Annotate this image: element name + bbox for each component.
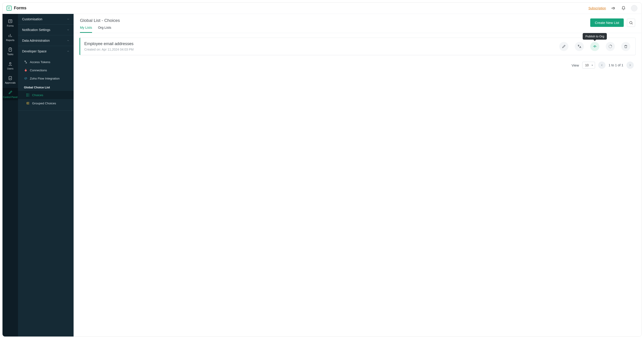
body-area: Forms Reports Tasks Users (2, 14, 642, 336)
edit-button[interactable] (559, 42, 568, 51)
rail-label: Forms (7, 24, 14, 27)
list-card-actions: Publish to Org (559, 42, 630, 51)
sidebar-section-customisation[interactable]: Customisation (18, 14, 74, 24)
chevron-right-icon (628, 64, 632, 67)
meta-prefix: Created on: (84, 48, 102, 51)
topbar-left: Forms (6, 6, 26, 11)
users-icon (8, 62, 12, 66)
rail-item-tasks[interactable]: Tasks (2, 45, 18, 58)
pencil-icon (562, 44, 566, 48)
sidebar-section-notification[interactable]: Notification Settings (18, 24, 74, 35)
search-icon (629, 21, 633, 25)
create-new-list-button[interactable]: Create New List (590, 18, 624, 27)
created-on-value: Apr 11,2024 04:03 PM (102, 48, 134, 51)
rail-item-forms[interactable]: Forms (2, 17, 18, 29)
rail-item-control-panel[interactable]: Control Panel (2, 88, 18, 100)
sidebar-item-label: Access Tokens (30, 60, 50, 64)
sidebar-section-label: Notification Settings (22, 28, 50, 32)
nav-rail: Forms Reports Tasks Users (2, 14, 18, 336)
view-label: View (572, 63, 579, 67)
topbar-right: Subscription (588, 5, 638, 12)
sidebar-section-data-admin[interactable]: Data Administration (18, 35, 74, 46)
sidebar-item-connections[interactable]: Connections (18, 66, 74, 74)
approvals-icon (8, 76, 12, 80)
chevron-down-icon (67, 28, 70, 31)
pagination-row: View 10 ▾ 1 to 1 of 1 (80, 55, 636, 70)
sidebar-item-zoho-flow[interactable]: Zoho Flow Integration (18, 74, 74, 82)
rail-label: Reports (6, 39, 14, 42)
app-name: Forms (14, 6, 26, 10)
grouped-choices-icon (26, 102, 30, 105)
sidebar-item-choices[interactable]: Choices (18, 91, 74, 99)
translate-icon (577, 44, 582, 49)
chevron-down-icon: ▾ (592, 64, 593, 67)
publish-tooltip: Publish to Org (583, 33, 607, 40)
page-title: Global List - Choices (80, 18, 120, 23)
chevron-left-icon (600, 64, 604, 67)
publish-icon (592, 44, 597, 49)
announcements-icon[interactable] (611, 6, 616, 11)
sidebar-section-label: Developer Space (22, 50, 46, 53)
chevron-up-icon (67, 50, 70, 53)
rail-label: Control Panel (3, 96, 18, 99)
sidebar-section-label: Customisation (22, 17, 42, 21)
control-panel-icon (8, 90, 12, 95)
list-card-text: Employee email addresses Created on: Apr… (84, 42, 134, 51)
delete-button[interactable] (621, 42, 630, 51)
app-frame: Forms Subscription Forms (2, 2, 642, 337)
tab-org-lists[interactable]: Org Lists (98, 26, 111, 33)
subscription-link[interactable]: Subscription (588, 6, 606, 10)
svg-rect-0 (9, 20, 12, 22)
developer-space-submenu: Access Tokens Connections Zoho Flow Inte… (18, 56, 74, 111)
rail-label: Users (7, 68, 13, 70)
avatar[interactable] (631, 5, 638, 12)
svg-point-2 (10, 62, 11, 64)
search-button[interactable] (627, 19, 635, 27)
bell-icon[interactable] (621, 6, 626, 11)
page-size-select[interactable]: 10 ▾ (582, 62, 595, 68)
forms-icon (8, 19, 12, 24)
rail-item-users[interactable]: Users (2, 60, 18, 72)
access-tokens-icon (24, 60, 28, 64)
rail-item-approvals[interactable]: Approvals (2, 74, 18, 86)
zoho-flow-icon (24, 76, 28, 80)
publish-wrapper: Publish to Org (590, 42, 599, 51)
svg-rect-3 (9, 76, 12, 80)
main-content: Global List - Choices My Lists Org Lists… (74, 14, 642, 336)
main-header: Global List - Choices My Lists Org Lists… (74, 14, 642, 33)
tab-my-lists[interactable]: My Lists (80, 26, 92, 33)
settings-sidebar: Customisation Notification Settings Data… (18, 14, 74, 336)
publish-to-org-button[interactable] (590, 42, 599, 51)
topbar: Forms Subscription (2, 2, 642, 14)
svg-point-4 (24, 61, 26, 62)
chevron-down-icon (67, 18, 70, 20)
app-logo-icon (6, 6, 12, 11)
tasks-icon (8, 48, 12, 52)
sidebar-item-access-tokens[interactable]: Access Tokens (18, 58, 74, 66)
sidebar-item-grouped-choices[interactable]: Grouped Choices (18, 99, 74, 107)
next-page-button[interactable] (626, 62, 634, 69)
list-card[interactable]: Employee email addresses Created on: Apr… (80, 38, 636, 55)
svg-rect-5 (27, 94, 27, 94)
prev-page-button[interactable] (598, 62, 606, 69)
rail-item-reports[interactable]: Reports (2, 31, 18, 44)
tabs: My Lists Org Lists (80, 26, 120, 33)
progress-circle-icon (608, 44, 612, 49)
rail-label: Tasks (7, 53, 14, 56)
svg-rect-6 (27, 96, 27, 96)
content-scroll: Employee email addresses Created on: Apr… (74, 33, 642, 336)
reports-icon (8, 33, 12, 38)
chevron-down-icon (67, 39, 70, 42)
svg-point-7 (630, 22, 632, 24)
sidebar-item-label: Grouped Choices (32, 102, 56, 105)
list-card-meta: Created on: Apr 11,2024 04:03 PM (84, 48, 134, 51)
translate-button[interactable] (575, 42, 584, 51)
choices-icon (26, 93, 30, 97)
sidebar-section-developer-space[interactable]: Developer Space (18, 46, 74, 56)
main-title-area: Global List - Choices My Lists Org Lists (80, 18, 120, 33)
usage-button[interactable] (606, 42, 615, 51)
list-card-title: Employee email addresses (84, 42, 134, 46)
rail-label: Approvals (5, 82, 16, 84)
sidebar-item-label: Zoho Flow Integration (30, 77, 60, 80)
page-status: 1 to 1 of 1 (609, 63, 624, 67)
